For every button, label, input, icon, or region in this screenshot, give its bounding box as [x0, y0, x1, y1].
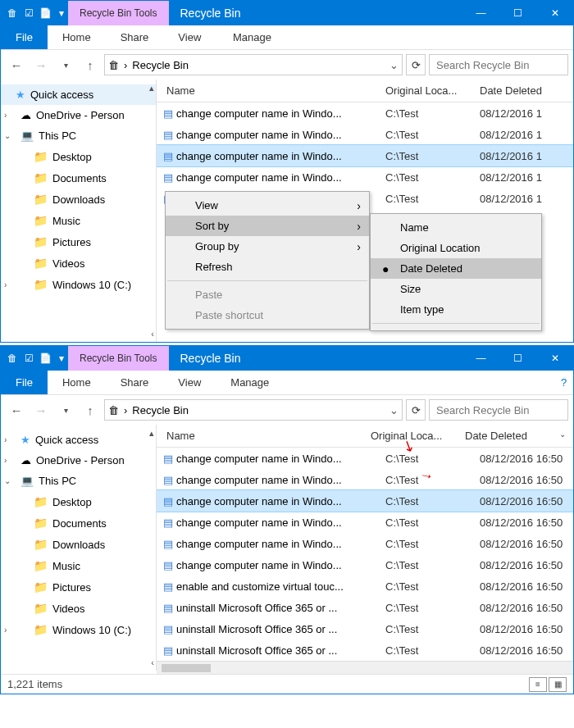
file-row[interactable]: ▤change computer name in Windo...C:\Test…: [157, 554, 573, 576]
file-row[interactable]: ▤uninstall Microsoft Office 365 or ...C:…: [157, 618, 573, 639]
up-button[interactable]: ↑: [80, 54, 101, 75]
col-date-deleted[interactable]: Date Deleted: [480, 84, 570, 97]
nav-pane[interactable]: ▴ ›★Quick access ›☁OneDrive - Person ⌄💻T…: [1, 425, 157, 671]
close-button[interactable]: ✕: [536, 1, 573, 25]
chevron-down-icon[interactable]: ⌄: [4, 476, 11, 485]
sidebar-item[interactable]: Music: [1, 210, 156, 231]
sort-size[interactable]: Size: [371, 279, 541, 299]
refresh-button[interactable]: ⟳: [406, 54, 426, 75]
chevron-right-icon[interactable]: ›: [4, 626, 7, 635]
file-list[interactable]: Name Original Loca... Date Deleted ⌄ ▤ch…: [157, 425, 573, 674]
tab-view[interactable]: View: [163, 25, 216, 49]
chevron-right-icon[interactable]: ›: [4, 280, 7, 289]
sidebar-item[interactable]: Pictures: [1, 231, 156, 253]
col-date-deleted[interactable]: Date Deleted: [465, 430, 555, 442]
address-bar[interactable]: › Recycle Bin ⌄: [104, 399, 403, 421]
context-menu[interactable]: View› Sort by› Group by› Refresh Paste P…: [165, 191, 370, 330]
sort-date-deleted[interactable]: ●Date Deleted: [371, 258, 541, 279]
tab-home[interactable]: Home: [48, 371, 106, 394]
scrollbar-up-icon[interactable]: ▴: [149, 83, 154, 93]
maximize-button[interactable]: ☐: [499, 346, 536, 371]
column-headers[interactable]: Name Original Loca... Date Deleted: [157, 80, 573, 102]
tab-view[interactable]: View: [163, 371, 216, 394]
qat-properties-icon[interactable]: ☑: [22, 7, 35, 20]
sidebar-this-pc[interactable]: ⌄💻This PC: [1, 125, 156, 146]
sort-submenu[interactable]: Name Original Location ●Date Deleted Siz…: [370, 213, 542, 331]
back-button[interactable]: ←: [6, 54, 27, 75]
maximize-button[interactable]: ☐: [499, 1, 536, 25]
breadcrumb[interactable]: Recycle Bin: [132, 59, 189, 71]
file-row[interactable]: ▤change computer name in Windo...C:\Test…: [157, 166, 573, 188]
sort-item-type[interactable]: Item type: [371, 299, 541, 320]
view-thumbnails-button[interactable]: ▦: [549, 677, 567, 692]
sort-original-location[interactable]: Original Location: [371, 238, 541, 258]
file-row[interactable]: ▤change computer name in Windo...C:\Test…: [157, 124, 573, 145]
sidebar-item[interactable]: Desktop: [1, 146, 156, 167]
col-name[interactable]: Name: [160, 84, 385, 97]
file-row[interactable]: ▤change computer name in Windo...C:\Test…: [157, 145, 573, 166]
file-row[interactable]: ▤change computer name in Windo...C:\Test…: [157, 490, 573, 512]
file-row[interactable]: ▤uninstall Microsoft Office 365 or ...C:…: [157, 597, 573, 618]
scrollbar-indicator-icon[interactable]: ‹: [151, 329, 154, 339]
file-row[interactable]: ▤change computer name in Windo...C:\Test…: [157, 512, 573, 533]
ctx-group-by[interactable]: Group by›: [166, 236, 369, 257]
tab-manage[interactable]: Manage: [216, 371, 284, 394]
search-input[interactable]: Search Recycle Bin: [429, 399, 568, 421]
sidebar-item[interactable]: Downloads: [1, 189, 156, 210]
horizontal-scrollbar[interactable]: [157, 661, 573, 674]
tab-file[interactable]: File: [1, 371, 48, 394]
minimize-button[interactable]: —: [462, 346, 499, 371]
qat-folder-icon[interactable]: 📄: [39, 352, 52, 365]
tab-file[interactable]: File: [1, 25, 48, 49]
nav-pane[interactable]: ▴ ★Quick access ›☁OneDrive - Person ⌄💻Th…: [1, 80, 157, 342]
sidebar-item[interactable]: Documents: [1, 512, 156, 534]
file-row[interactable]: ▤change computer name in Windo...C:\Test…: [157, 102, 573, 124]
scrollbar-thumb[interactable]: [162, 664, 211, 672]
address-bar[interactable]: › Recycle Bin ⌄: [104, 54, 403, 75]
ctx-view[interactable]: View›: [166, 195, 369, 216]
chevron-down-icon[interactable]: ⌄: [4, 131, 11, 140]
file-row[interactable]: ▤change computer name in Windo...C:\Test…: [157, 533, 573, 554]
chevron-down-icon[interactable]: ⌄: [555, 430, 570, 442]
refresh-button[interactable]: ⟳: [406, 399, 426, 421]
minimize-button[interactable]: —: [462, 1, 499, 25]
titlebar[interactable]: 🗑 ☑ 📄 ▾ Recycle Bin Tools Recycle Bin — …: [1, 346, 573, 371]
sidebar-onedrive[interactable]: ›☁OneDrive - Person: [1, 450, 156, 471]
up-button[interactable]: ↑: [80, 399, 101, 421]
sidebar-quick-access[interactable]: ›★Quick access: [1, 430, 156, 450]
column-headers[interactable]: Name Original Loca... Date Deleted ⌄: [157, 425, 573, 448]
scrollbar-up-icon[interactable]: ▴: [149, 428, 154, 439]
chevron-right-icon[interactable]: ›: [4, 435, 7, 444]
file-row[interactable]: ▤enable and customize virtual touc...C:\…: [157, 576, 573, 597]
forward-button[interactable]: →: [30, 399, 52, 421]
qat-dropdown-icon[interactable]: ▾: [55, 7, 68, 20]
qat-properties-icon[interactable]: ☑: [22, 352, 35, 365]
col-original-location[interactable]: Original Loca...: [385, 84, 480, 97]
qat-dropdown-icon[interactable]: ▾: [55, 352, 68, 365]
recent-dropdown[interactable]: ▾: [55, 399, 76, 421]
recent-dropdown[interactable]: ▾: [55, 54, 76, 75]
chevron-right-icon[interactable]: ›: [4, 111, 7, 120]
back-button[interactable]: ←: [6, 399, 27, 421]
sidebar-this-pc[interactable]: ⌄💻This PC: [1, 471, 156, 491]
sidebar-item[interactable]: ›Windows 10 (C:): [1, 274, 156, 295]
sort-name[interactable]: Name: [371, 217, 541, 238]
sidebar-item[interactable]: Music: [1, 555, 156, 576]
tab-home[interactable]: Home: [48, 25, 106, 49]
view-details-button[interactable]: ≡: [529, 677, 547, 692]
chevron-down-icon[interactable]: ⌄: [390, 404, 399, 416]
sidebar-item[interactable]: Documents: [1, 167, 156, 189]
ctx-sort-by[interactable]: Sort by›: [166, 216, 369, 236]
forward-button[interactable]: →: [30, 54, 52, 75]
file-row[interactable]: ▤uninstall Microsoft Office 365 or ...C:…: [157, 639, 573, 661]
tab-share[interactable]: Share: [106, 25, 164, 49]
chevron-down-icon[interactable]: ⌄: [390, 59, 399, 71]
tab-manage[interactable]: Manage: [218, 25, 286, 49]
file-row[interactable]: ▤change computer name in Windo...C:\Test…: [157, 469, 573, 490]
sidebar-item[interactable]: Downloads: [1, 534, 156, 555]
ctx-refresh[interactable]: Refresh: [166, 257, 369, 277]
sidebar-item[interactable]: Desktop: [1, 491, 156, 512]
sidebar-onedrive[interactable]: ›☁OneDrive - Person: [1, 105, 156, 125]
search-input[interactable]: Search Recycle Bin: [429, 54, 568, 75]
chevron-right-icon[interactable]: ›: [4, 456, 7, 465]
